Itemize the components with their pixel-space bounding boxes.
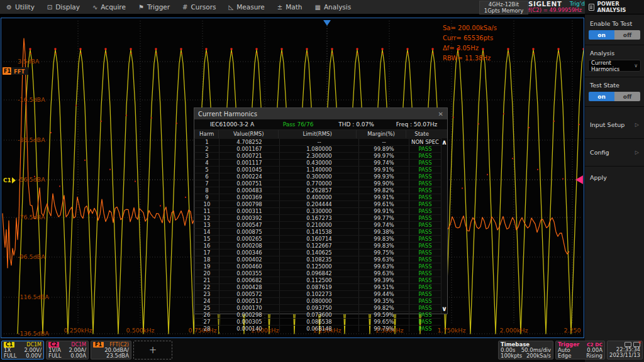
clock-box[interactable]: ✕ 22:35:34 2023/11/13 [607,341,643,359]
table-cell: 15 [194,236,219,242]
menu-item-analysis[interactable]: ▦Analysis [308,0,357,14]
table-cell: 0.000305 [219,319,279,325]
add-channel-button[interactable]: + [133,341,172,359]
close-icon[interactable]: ✕ [438,111,443,118]
table-cell: PASS [409,229,441,235]
apply-button[interactable]: Apply [585,167,644,189]
table-cell: 9 [194,194,219,200]
table-cell: 19 [194,263,219,270]
test-state-on-button[interactable]: on [589,92,614,101]
table-row: 230.0005720.10227399.44%PASS [194,290,441,297]
trace-peak-dot [156,53,157,54]
timebase-box[interactable]: Timebase 0.00s50.0ms/div 100kpts200kSa/s [498,341,553,359]
table-cell: PASS [409,222,441,228]
table-cell: 99.74% [358,160,409,166]
menu-item-label: Measure [236,3,265,11]
network-offline-icon: ✕ [633,342,640,347]
scroll-down-icon[interactable]: ∨ [441,305,447,314]
test-state-off-button[interactable]: off [614,92,640,101]
table-cell: 25 [194,305,219,311]
table-row: 140.0008750.14153899.38%PASS [194,228,441,235]
input-setup-label: Input Setup [590,121,625,128]
table-cell: 0.262857 [279,187,358,194]
scroll-up-icon[interactable]: ∧ [441,138,447,147]
analysis-label: Analysis [590,50,644,57]
f1-badge: F1 [93,342,104,348]
channel2-box[interactable]: C2DC1M 1V/A2.00A/ FULL0.00A [46,341,89,359]
trigger-position-marker[interactable] [323,20,331,26]
timebase-rate: 200kSa/s [526,353,551,359]
channel1-box[interactable]: C1DC1M 1X2.00V/ FULL0.00V [1,341,44,359]
system-info-box: 4GHz-12Bit 1Gpts Memory [479,1,528,14]
menu-item-label: Cursors [191,3,216,11]
table-cell: 0.000483 [219,187,279,194]
trigger-status-badge: Trig'd [570,1,585,7]
table-cell: 14 [194,229,219,235]
f1-function-box[interactable]: F1FFT(C2) 20.0dBA/ 23.5dBA [91,341,131,359]
menu-item-measure[interactable]: ◺Measure [223,0,271,14]
dialog-summary-row: IEC61000-3-2 A Pass 76/76 THD : 0.07% Fr… [194,119,447,130]
table-cell: 0.000355 [219,270,279,277]
input-setup-button[interactable]: Input Setup ▷ [585,111,644,139]
trace-speckle [75,105,77,106]
menu-item-trigger[interactable]: ⚑Trigger [132,0,176,14]
trace-peak-dot [408,53,409,54]
c1-marker-arrow[interactable] [12,177,16,184]
fft-label-text: FFT [14,69,25,75]
table-header-row: HarmValue(RMS)Limit(RMS)Margin(%)State [194,130,447,138]
table-row: 190.0004600.12500099.63%PASS [194,263,441,270]
table-cell: 0.000170 [219,305,279,311]
analysis-icon: ▦ [314,4,320,11]
test-state-label: Test State [590,82,644,89]
table-cell: 0.000875 [219,229,279,235]
menu-item-acquire[interactable]: ∿Acquire [86,0,132,14]
trace-peak-dot [331,48,333,50]
table-cell: 99.65% [358,319,409,325]
table-cell: 99.79% [358,326,409,332]
table-cell: 11 [194,208,219,214]
table-cell: 99.82% [358,305,409,311]
table-cell: 0.108235 [279,256,358,263]
analysis-dropdown[interactable]: Current Harmonics ∨ [588,60,641,72]
table-cell: 0.770000 [279,180,358,187]
trace-peak-dot [483,53,484,54]
trace-peak-dot [155,48,157,50]
table-cell: 0.001167 [219,146,279,152]
table-scrollbar[interactable]: ∧ ∨ [441,138,447,314]
x-axis-label: 0.500kHz [126,327,155,334]
c1-channel-marker[interactable]: C1 [3,177,11,184]
enable-on-button[interactable]: on [589,30,614,40]
table-cell: 1.080000 [279,146,358,152]
table-cell: 2 [194,146,219,152]
menu-item-cursors[interactable]: #Cursors [176,0,222,14]
table-cell: PASS [409,167,441,173]
trace-speckle [135,181,136,182]
table-cell: 99.83% [358,243,409,249]
table-cell: -- [358,139,409,145]
trace-peak-dot [55,53,57,54]
dialog-title-bar[interactable]: Current Harmonics ✕ [194,108,447,119]
math-icon: ± [277,4,282,11]
frequency-readout: f(C2) = 49.99959Hz [528,7,585,13]
enable-off-button[interactable]: off [614,30,640,40]
table-cell: PASS [409,215,441,221]
table-cell: 0.210000 [279,222,358,228]
test-state-toggle[interactable]: on off [589,92,640,101]
table-cell: 0.330000 [279,208,358,214]
menu-item-math[interactable]: ±Math [271,0,309,14]
enable-to-test-toggle[interactable]: on off [589,30,640,40]
table-row: 40.0011170.43000099.74%PASS [194,159,441,166]
table-cell: PASS [409,250,441,256]
trace-speckle [185,197,186,198]
y-axis-label: -136.5dBA [18,330,49,337]
config-button[interactable]: Config ▷ [585,139,644,167]
f1-offset: 23.5dBA [106,353,129,359]
table-row: 210.0006820.11250099.39%PASS [194,277,441,283]
menu-item-utility[interactable]: ⚙Utility [0,0,41,14]
trace-speckle [84,160,86,161]
table-cell: 99.77% [358,215,409,221]
trigger-box[interactable]: TriggerC2 DC Auto0.00A EdgeRising [555,341,605,359]
trace-speckle [109,169,111,170]
table-cell: 0.000460 [219,263,279,270]
menu-item-display[interactable]: ⊡Display [41,0,86,14]
